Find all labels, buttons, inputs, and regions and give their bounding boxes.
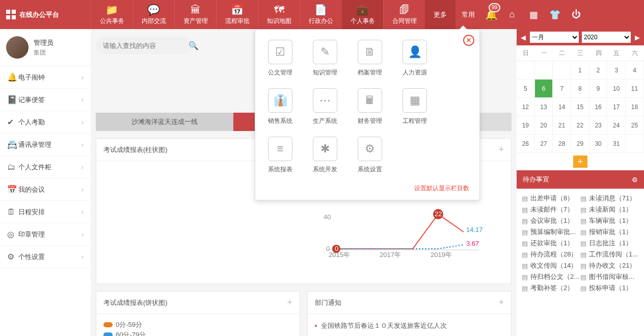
home-icon[interactable]: ⌂	[501, 0, 523, 29]
common-button[interactable]: 常用	[455, 0, 481, 29]
panel-add-icon[interactable]: +	[498, 297, 504, 308]
theme-icon[interactable]: 👕	[544, 0, 566, 29]
popup-app-item[interactable]: ✱系统开发	[310, 137, 340, 174]
calendar-day[interactable]: 22	[571, 116, 589, 135]
calendar-day[interactable]: 28	[553, 135, 571, 153]
calendar-day[interactable]: 11	[626, 80, 644, 98]
popup-app-item[interactable]: 🗎档案管理	[355, 40, 385, 77]
calendar-day[interactable]: 29	[571, 135, 589, 153]
panel-add-icon[interactable]: +	[498, 144, 504, 155]
calendar-day[interactable]: 17	[607, 98, 626, 116]
calendar-day[interactable]: 16	[589, 98, 608, 116]
todo-item[interactable]: ▤预算编制审批...	[522, 226, 580, 238]
nav-item[interactable]: 📅流程审批	[216, 0, 258, 29]
calendar-day[interactable]: 21	[553, 116, 571, 135]
calendar-day[interactable]: 30	[589, 135, 608, 153]
sidebar-item[interactable]: 📓记事便签›	[0, 89, 91, 111]
popup-app-item[interactable]: ⚙系统设置	[355, 137, 385, 174]
nav-item[interactable]: 🏛资产管理	[174, 0, 216, 29]
todo-item[interactable]: ▤未读消息（71）	[580, 193, 639, 204]
calendar-day[interactable]: 9	[589, 80, 608, 98]
popup-settings-link[interactable]: 设置默认显示栏目数	[265, 184, 469, 193]
cal-prev-icon[interactable]: ◀	[520, 34, 527, 41]
cal-next-icon[interactable]: ▶	[634, 34, 641, 41]
todo-item[interactable]: ▤未读新闻（1）	[580, 204, 639, 215]
todo-item[interactable]: ▤日志批注（1）	[580, 238, 639, 249]
todo-item[interactable]: ▤还款审批（1）	[522, 238, 580, 249]
todo-item[interactable]: ▤报销审批（1）	[580, 226, 639, 238]
todo-item[interactable]: ▤出差申请（8）	[522, 193, 580, 204]
calendar-day[interactable]: 8	[571, 80, 589, 98]
calendar-day[interactable]: 24	[607, 116, 626, 135]
calendar-day[interactable]: 10	[607, 80, 626, 98]
popup-app-item[interactable]: ✎知识管理	[310, 40, 340, 77]
sidebar-item[interactable]: 📇通讯录管理›	[0, 134, 91, 156]
todo-item[interactable]: ▤工作流传阅（1...	[580, 249, 639, 260]
add-event-button[interactable]: +	[573, 156, 587, 168]
todo-item[interactable]: ▤图书借阅审核...	[580, 271, 639, 282]
calendar-day[interactable]: 27	[535, 135, 553, 153]
notification-bell[interactable]: 🔔 99	[481, 0, 501, 29]
nav-item[interactable]: 💼个人事务	[341, 0, 383, 29]
calendar-day[interactable]: 7	[553, 80, 571, 98]
calendar-day[interactable]: 5	[517, 80, 535, 98]
calendar-day[interactable]: 13	[535, 98, 553, 116]
calendar-day[interactable]: 19	[517, 116, 535, 135]
nav-item[interactable]: 🗺知识地图	[258, 0, 300, 29]
legend-label: 0分-59分	[116, 320, 142, 329]
calendar-day[interactable]: 6	[535, 80, 553, 98]
calendar-day[interactable]: 23	[589, 116, 608, 135]
nav-item[interactable]: 💬内部交流	[132, 0, 174, 29]
calendar-day[interactable]: 25	[626, 116, 644, 135]
popup-app-item[interactable]: ⋯生产系统	[310, 88, 340, 125]
sidebar-item[interactable]: ◎印章管理›	[0, 223, 91, 246]
popup-app-item[interactable]: 👔销售系统	[265, 88, 295, 125]
popup-app-item[interactable]: ☑公文管理	[265, 40, 295, 77]
search-icon[interactable]: 🔍	[189, 41, 199, 50]
nav-item[interactable]: 📄行政办公	[300, 0, 341, 29]
sidebar-item[interactable]: ⚙个性设置›	[0, 246, 91, 268]
calendar-day[interactable]: 31	[607, 135, 626, 153]
todo-item[interactable]: ▤未读邮件（7）	[522, 204, 580, 215]
nav-item[interactable]: 📁公共事务	[91, 0, 132, 29]
todo-item[interactable]: ▤车辆审批（1）	[580, 215, 639, 226]
avatar[interactable]	[6, 36, 29, 59]
todo-item[interactable]: ▤待办流程（28）	[522, 249, 580, 260]
calendar-day[interactable]: 15	[571, 98, 589, 116]
calendar-day[interactable]: 18	[626, 98, 644, 116]
sidebar-item[interactable]: ✔个人考勤›	[0, 111, 91, 134]
calendar-day[interactable]: 3	[607, 61, 626, 80]
popup-app-item[interactable]: 🖩财务管理	[355, 88, 385, 125]
search-input[interactable]	[103, 42, 189, 49]
popup-app-item[interactable]: ≡系统报表	[265, 137, 295, 174]
sidebar-item[interactable]: 📅我的会议›	[0, 178, 91, 201]
todo-item[interactable]: ▤待归档公文（2...	[522, 271, 580, 282]
apps-icon[interactable]: ▦	[523, 0, 544, 29]
todo-item[interactable]: ▤会议审批（1）	[522, 215, 580, 226]
todo-item[interactable]: ▤待办收文（21）	[580, 260, 639, 271]
todo-item[interactable]: ▤考勤补签（2）	[522, 282, 580, 294]
power-icon[interactable]: ⏻	[566, 0, 587, 29]
sidebar-item[interactable]: 🗂个人文件柜›	[0, 156, 91, 178]
calendar-day[interactable]: 14	[553, 98, 571, 116]
todo-item[interactable]: ▤投标申请（1）	[580, 282, 639, 294]
calendar-day[interactable]: 12	[517, 98, 535, 116]
todo-item[interactable]: ▤收文传阅（14）	[522, 260, 580, 271]
year-select[interactable]: 2020	[582, 32, 631, 43]
calendar-day[interactable]: 20	[535, 116, 553, 135]
close-icon[interactable]: ✕	[463, 35, 474, 46]
popup-app-item[interactable]: ▦工程管理	[400, 88, 430, 125]
calendar-day[interactable]: 4	[626, 61, 644, 80]
calendar-day[interactable]: 2	[589, 61, 608, 80]
calendar-day[interactable]: 26	[517, 135, 535, 153]
sidebar-item[interactable]: 🗓日程安排›	[0, 201, 91, 223]
sidebar-item[interactable]: 🔔电子闹钟›	[0, 66, 91, 89]
nav-item[interactable]: 🗐合同管理	[383, 0, 425, 29]
more-button[interactable]: 更多	[425, 0, 455, 29]
popup-app-item[interactable]: 👤人力资源	[400, 40, 430, 77]
gear-icon[interactable]: ⚙	[632, 176, 638, 184]
notice-item[interactable]: 全国铁路节后春运１０天发送旅客近亿人次	[315, 319, 504, 332]
month-select[interactable]: 一月	[530, 32, 579, 43]
calendar-day[interactable]: 1	[571, 61, 589, 80]
panel-add-icon[interactable]: +	[287, 297, 292, 308]
